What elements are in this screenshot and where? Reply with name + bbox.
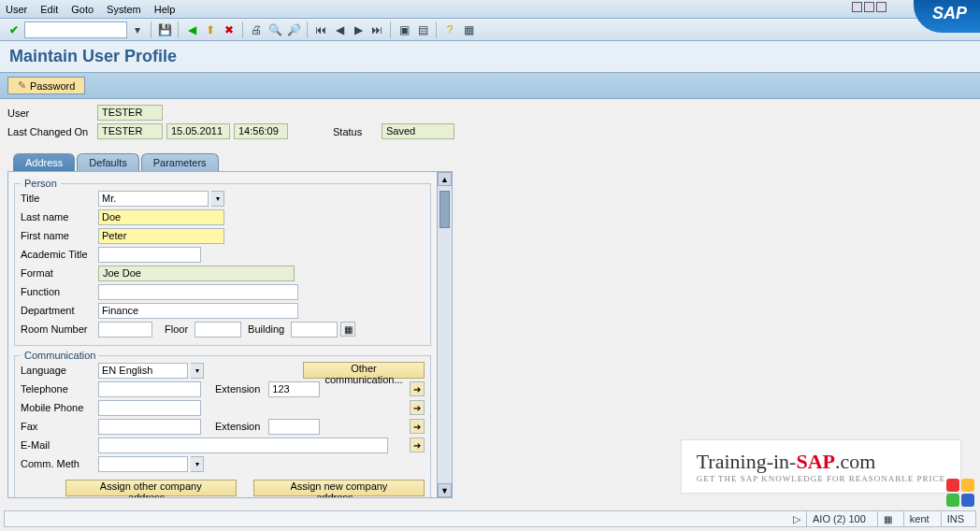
tab-defaults[interactable]: Defaults	[77, 153, 138, 171]
title-combo[interactable]	[98, 191, 209, 207]
email-label: E-Mail	[21, 439, 95, 451]
layout-icon[interactable]: ▦	[460, 22, 477, 38]
floor-input[interactable]	[195, 322, 241, 337]
other-communication-button[interactable]: Other communication...	[303, 362, 425, 379]
format-label: Format	[21, 267, 95, 279]
shortcut-icon[interactable]: ▤	[414, 22, 431, 38]
new-session-icon[interactable]: ▣	[396, 22, 412, 38]
tel-label: Telephone	[21, 383, 95, 395]
menu-goto[interactable]: Goto	[71, 4, 94, 15]
ok-icon[interactable]: ✔	[6, 22, 22, 38]
back-icon[interactable]: ◀	[183, 22, 200, 38]
status-server: kent	[903, 511, 935, 526]
lang-dropdown-icon[interactable]: ▾	[191, 363, 204, 379]
tab-address[interactable]: Address	[13, 153, 75, 171]
tel-ext-input[interactable]	[268, 381, 320, 397]
fax-ext-label: Extension	[215, 421, 260, 432]
maximize-icon[interactable]	[864, 2, 874, 12]
room-input[interactable]	[98, 322, 152, 337]
status-mode: INS	[941, 511, 970, 526]
lastname-input[interactable]	[98, 209, 224, 225]
last-page-icon[interactable]: ⏭	[368, 22, 385, 38]
status-layout-icon[interactable]: ▦	[877, 511, 898, 526]
app-toolbar: ✎ Password	[0, 72, 980, 99]
menu-system[interactable]: System	[107, 4, 141, 15]
changed-date-value: 15.05.2011	[166, 123, 230, 139]
dept-input[interactable]	[98, 303, 298, 319]
scroll-up-icon[interactable]: ▲	[438, 172, 452, 186]
communication-group: Communication Language ▾ Other communica…	[14, 355, 431, 497]
email-input[interactable]	[98, 438, 388, 453]
building-label: Building	[248, 323, 284, 335]
exit-icon[interactable]: ⬆	[202, 22, 219, 38]
session-indicator	[946, 479, 974, 507]
menu-help[interactable]: Help	[154, 4, 176, 15]
mob-label: Mobile Phone	[21, 402, 95, 413]
format-value: Joe Doe	[98, 266, 295, 281]
minimize-icon[interactable]	[852, 2, 862, 12]
help-icon[interactable]: ?	[441, 22, 458, 38]
assign-other-address-button[interactable]: Assign other company address...	[65, 480, 237, 496]
changed-time-value: 14:56:09	[234, 123, 288, 139]
assign-new-address-button[interactable]: Assign new company address...	[253, 480, 425, 496]
vertical-scrollbar[interactable]: ▲ ▼	[437, 172, 452, 497]
print-icon[interactable]: 🖨	[248, 22, 265, 38]
mob-more-icon[interactable]: ➔	[410, 400, 425, 415]
find-icon[interactable]: 🔍	[267, 22, 283, 38]
fax-more-icon[interactable]: ➔	[410, 419, 425, 434]
floor-label: Floor	[165, 323, 188, 335]
watermark-brand: Training-in-	[697, 450, 797, 473]
fax-ext-input[interactable]	[268, 419, 320, 435]
acad-label: Academic Title	[21, 249, 95, 260]
last-changed-label: Last Changed On	[7, 126, 94, 137]
fax-input[interactable]	[98, 419, 201, 435]
close-icon[interactable]	[876, 2, 886, 12]
mob-input[interactable]	[98, 400, 201, 416]
watermark: Training-in-SAP.com GET THE SAP KNOWLEDG…	[681, 439, 961, 494]
title-label: Title	[21, 193, 95, 204]
status-value: Saved	[382, 123, 454, 139]
menu-user[interactable]: User	[6, 4, 27, 15]
first-page-icon[interactable]: ⏮	[312, 22, 329, 38]
tel-input[interactable]	[98, 381, 201, 397]
tel-ext-label: Extension	[215, 383, 260, 395]
window-controls	[852, 2, 886, 12]
meth-combo[interactable]	[98, 456, 188, 472]
building-search-icon[interactable]: ▦	[340, 322, 355, 337]
cancel-icon[interactable]: ✖	[221, 22, 238, 38]
function-label: Function	[21, 286, 95, 297]
user-value: TESTER	[97, 105, 163, 121]
scroll-down-icon[interactable]: ▼	[438, 483, 452, 497]
dropdown-icon[interactable]: ▾	[129, 22, 146, 38]
save-icon[interactable]: 💾	[156, 22, 173, 38]
building-input[interactable]	[291, 322, 338, 337]
find-next-icon[interactable]: 🔎	[285, 22, 302, 38]
function-input[interactable]	[98, 284, 298, 300]
watermark-tagline: GET THE SAP KNOWLEDGE FOR REASONABLE PRI…	[697, 474, 945, 483]
menu-bar: User Edit Goto System Help	[0, 0, 980, 19]
menu-edit[interactable]: Edit	[40, 4, 58, 15]
lang-combo[interactable]	[98, 363, 188, 379]
tel-more-icon[interactable]: ➔	[410, 381, 425, 396]
acad-input[interactable]	[98, 247, 201, 263]
meth-dropdown-icon[interactable]: ▾	[191, 456, 204, 472]
system-toolbar: ✔ ▾ 💾 ◀ ⬆ ✖ 🖨 🔍 🔎 ⏮ ◀ ▶ ⏭ ▣ ▤ ? ▦	[0, 19, 980, 41]
scroll-thumb[interactable]	[440, 191, 450, 228]
header-area: User TESTER Last Changed On TESTER 15.05…	[0, 99, 980, 148]
watermark-suffix: .com	[835, 450, 875, 473]
title-dropdown-icon[interactable]: ▾	[211, 191, 224, 207]
status-bar: ▷ AIO (2) 100 ▦ kent INS	[4, 510, 976, 527]
changed-by-value: TESTER	[97, 123, 163, 139]
tab-parameters[interactable]: Parameters	[141, 153, 219, 171]
password-button[interactable]: ✎ Password	[7, 77, 85, 94]
firstname-input[interactable]	[98, 228, 224, 244]
lang-label: Language	[21, 365, 95, 376]
user-label: User	[7, 108, 94, 119]
status-client: AIO (2) 100	[806, 511, 872, 526]
next-page-icon[interactable]: ▶	[350, 22, 367, 38]
command-field[interactable]	[24, 22, 127, 38]
meth-label: Comm. Meth	[21, 458, 95, 469]
email-more-icon[interactable]: ➔	[410, 438, 425, 452]
status-label: Status	[333, 126, 378, 137]
prev-page-icon[interactable]: ◀	[331, 22, 348, 38]
